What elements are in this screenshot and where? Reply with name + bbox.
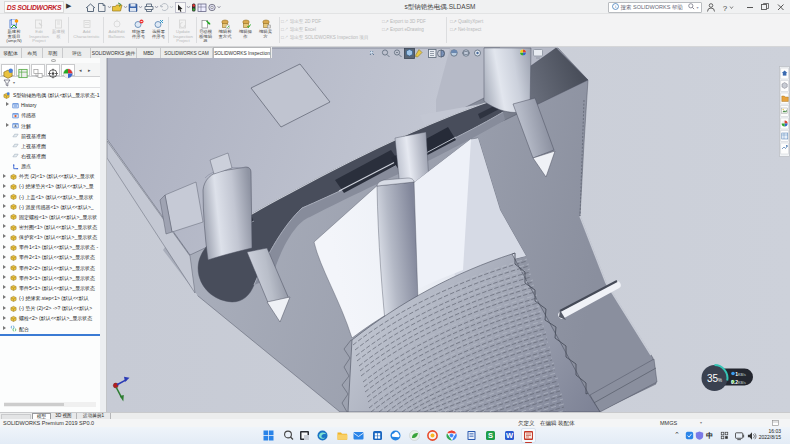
- svg-text:i: i: [615, 4, 617, 9]
- svg-text:S: S: [488, 431, 493, 440]
- svg-text:W: W: [506, 431, 514, 440]
- svg-text:?: ?: [723, 4, 728, 13]
